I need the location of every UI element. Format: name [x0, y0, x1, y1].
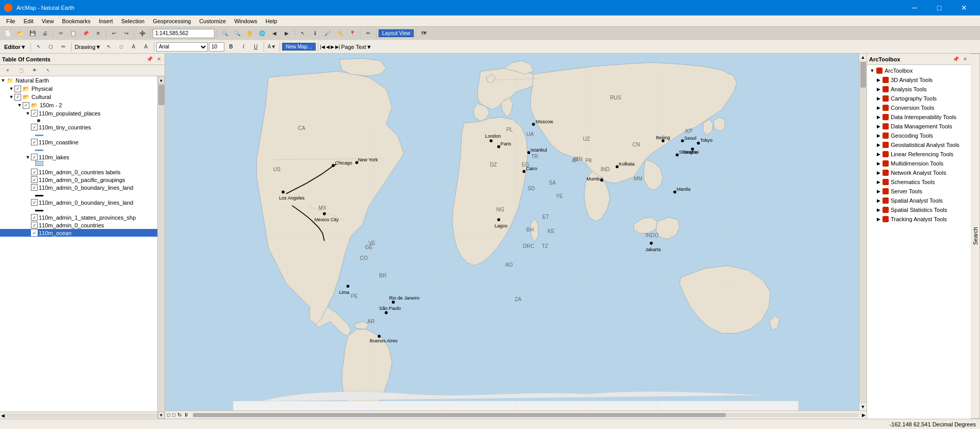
expand-countries[interactable]: [25, 222, 31, 228]
atb-expand-network[interactable]: ▶: [875, 170, 881, 175]
atb-expand-geostat[interactable]: ▶: [875, 142, 881, 147]
font-size-input[interactable]: [209, 42, 224, 52]
toc-list-by-source[interactable]: 📋: [15, 65, 27, 76]
tb-new[interactable]: 📄: [2, 28, 13, 39]
menu-geoprocessing[interactable]: Geoprocessing: [149, 17, 195, 25]
minimize-button[interactable]: ─: [903, 0, 926, 15]
toc-list-by-visibility[interactable]: 👁: [29, 65, 40, 76]
check-coast[interactable]: [31, 139, 38, 145]
tb-geocode[interactable]: 📍: [347, 28, 358, 39]
map-pause-btn[interactable]: ⏸: [184, 412, 189, 418]
atb-expand-linearref[interactable]: ▶: [875, 152, 881, 157]
toc-item-physical[interactable]: ▼ 📂 Physical: [0, 85, 157, 93]
map-vscroll-thumb[interactable]: [860, 62, 866, 88]
expand-root[interactable]: ▼: [0, 77, 6, 84]
draw-vertex[interactable]: ⬡: [45, 41, 57, 53]
toc-item-ocean[interactable]: 110m_ocean: [0, 229, 157, 237]
close-button[interactable]: ✕: [952, 0, 976, 15]
map-hscroll-thumb[interactable]: [193, 413, 726, 417]
map-vscrollbar[interactable]: ▲ ▼: [859, 54, 867, 410]
draw-select[interactable]: ↖: [33, 41, 44, 53]
atb-item-spatialstats[interactable]: ▶ Spatial Statistics Tools: [868, 205, 970, 214]
tb-save[interactable]: 💾: [27, 28, 38, 39]
expand-lakes[interactable]: ▼: [25, 154, 31, 160]
atb-item-multidim[interactable]: ▶ Multidimension Tools: [868, 159, 970, 168]
tb-select[interactable]: ↖: [297, 28, 308, 39]
atb-controls[interactable]: 📌 ✕: [951, 56, 969, 62]
map-hscroll-right[interactable]: ▶: [861, 412, 867, 418]
atb-close-btn[interactable]: ✕: [961, 56, 969, 62]
maximize-button[interactable]: □: [927, 0, 951, 15]
draw-shape[interactable]: □: [116, 41, 127, 53]
page-nav-first[interactable]: |◀: [320, 44, 325, 50]
atb-item-tracking[interactable]: ▶ Tracking Analyst Tools: [868, 214, 970, 224]
atb-item-linearref[interactable]: ▶ Linear Referencing Tools: [868, 150, 970, 159]
atb-item-datainterop[interactable]: ▶ Data Interoperability Tools: [868, 112, 970, 122]
toc-item-150m[interactable]: ▼ 📂 150m - 2: [0, 101, 157, 109]
tb-pan[interactable]: ✋: [244, 28, 255, 39]
atb-item-geocoding[interactable]: ▶ Geocoding Tools: [868, 131, 970, 140]
check-boundary1[interactable]: [31, 184, 38, 191]
page-nav-prev[interactable]: ◀: [326, 44, 330, 50]
draw-arrow[interactable]: ↖: [103, 41, 115, 53]
expand-boundary2[interactable]: [25, 200, 31, 206]
tb-full-extent[interactable]: 🌐: [256, 28, 268, 39]
map-frame-btn1[interactable]: □: [167, 412, 170, 418]
check-pacific[interactable]: [31, 176, 38, 183]
map-vscroll-up[interactable]: ▲: [859, 54, 867, 61]
menu-insert[interactable]: Insert: [94, 17, 117, 25]
atb-expand-geocoding[interactable]: ▶: [875, 133, 881, 138]
check-boundary2[interactable]: [31, 199, 38, 206]
toc-scroll-thumb[interactable]: [158, 85, 165, 105]
expand-pop[interactable]: ▼: [25, 110, 31, 117]
toc-list-by-selection[interactable]: ↖: [42, 65, 54, 76]
tb-edit[interactable]: ✏: [363, 28, 374, 39]
atb-expand-multidim[interactable]: ▶: [875, 161, 881, 166]
map-vscroll-down[interactable]: ▼: [859, 403, 867, 410]
tb-adddata[interactable]: ➕: [137, 28, 148, 39]
scale-input[interactable]: [153, 29, 215, 38]
atb-item-schematics[interactable]: ▶ Schematics Tools: [868, 177, 970, 187]
font-color-btn[interactable]: A▼: [266, 41, 277, 53]
toc-item-cntlabels[interactable]: 110m_admin_0_countries labels: [0, 168, 157, 176]
page-nav-next[interactable]: ▶: [331, 44, 334, 50]
tb-print[interactable]: 🖨: [39, 28, 51, 39]
check-150m[interactable]: [23, 102, 29, 109]
atb-item-geostat[interactable]: ▶ Geostatistical Analyst Tools: [868, 140, 970, 150]
title-bar-controls[interactable]: ─ □ ✕: [903, 0, 976, 15]
toc-scroll-up-btn[interactable]: ▲: [158, 76, 165, 84]
atb-item-root[interactable]: ▼ ArcToolbox: [868, 66, 970, 75]
menu-selection[interactable]: Selection: [117, 17, 149, 25]
toc-close-btn[interactable]: ✕: [155, 56, 162, 62]
tb-zoom-out[interactable]: 🔍: [232, 28, 243, 39]
expand-tiny[interactable]: [25, 124, 31, 130]
tb-measure[interactable]: 📏: [334, 28, 346, 39]
expand-coast[interactable]: [25, 139, 31, 145]
menu-view[interactable]: View: [38, 17, 58, 25]
toc-item-boundary1[interactable]: 110m_admin_0_boundary_lines_land: [0, 184, 157, 191]
check-ocean[interactable]: [31, 229, 38, 236]
atb-expand-conversion[interactable]: ▶: [875, 105, 881, 110]
toc-scroll-down-btn[interactable]: ▼: [158, 411, 165, 419]
atb-expand-analysis[interactable]: ▶: [875, 87, 881, 92]
atb-expand-schematics[interactable]: ▶: [875, 179, 881, 185]
toc-item-boundary2[interactable]: 110m_admin_0_boundary_lines_land: [0, 199, 157, 206]
menu-customize[interactable]: Customize: [195, 17, 230, 25]
menu-windows[interactable]: Windows: [230, 17, 262, 25]
expand-states[interactable]: [25, 214, 31, 221]
toc-item-pacific[interactable]: 110m_admin_0_pacific_groupings: [0, 176, 157, 184]
expand-cntlabels[interactable]: [25, 169, 31, 175]
tb-find[interactable]: 🔎: [322, 28, 333, 39]
atb-expand-spatialstats[interactable]: ▶: [875, 207, 881, 212]
atb-item-spatialanalyst[interactable]: ▶ Spatial Analyst Tools: [868, 196, 970, 205]
tb-cut[interactable]: ✂: [55, 28, 67, 39]
toc-hscrollbar[interactable]: ◀ ▶: [0, 411, 165, 419]
check-pop[interactable]: [31, 110, 38, 117]
atb-expand-server[interactable]: ▶: [875, 189, 881, 194]
tb-copy[interactable]: 📋: [68, 28, 79, 39]
atb-expand-datamgmt[interactable]: ▶: [875, 124, 881, 129]
map-rotate-btn[interactable]: ↻: [177, 412, 182, 418]
italic-btn[interactable]: I: [238, 41, 249, 53]
toc-item-pop-places[interactable]: ▼ 110m_populated_places: [0, 109, 157, 117]
tb-next-extent[interactable]: ▶: [281, 28, 292, 39]
